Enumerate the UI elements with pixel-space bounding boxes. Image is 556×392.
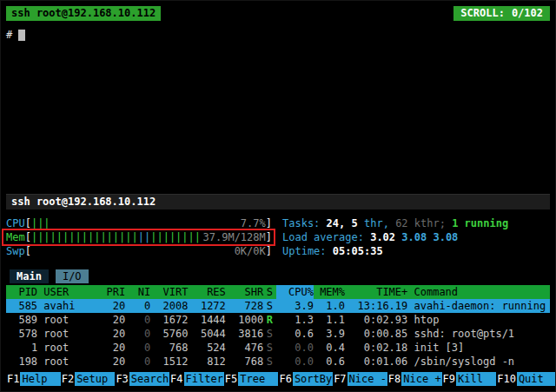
- process-row[interactable]: 589 root 20 0 1672 1444 1000 R 1.3 1.1 0…: [6, 313, 550, 327]
- cell-virt: 2008: [150, 299, 188, 313]
- header-virt[interactable]: VIRT: [150, 285, 188, 299]
- cell-ni: 0: [125, 327, 150, 341]
- load-15min: 3.08: [433, 231, 458, 243]
- cell-virt: 5760: [150, 327, 188, 341]
- htop-pane-titlebar: ssh root@192.168.10.112: [6, 194, 550, 209]
- cell-mem: 0.4: [314, 341, 345, 355]
- cell-res: 812: [188, 355, 225, 369]
- fkey-key: F3: [115, 372, 129, 386]
- cell-res: 1444: [188, 313, 225, 327]
- cell-state: S: [263, 355, 275, 369]
- running-count: 1 running: [452, 217, 508, 229]
- cell-pri: 20: [100, 341, 125, 355]
- fkey-search[interactable]: F3Search: [115, 372, 169, 386]
- cell-ni: 0: [125, 313, 150, 327]
- cell-cpu: 0.0: [276, 341, 314, 355]
- cell-cpu: 3.9: [276, 299, 314, 313]
- tab-io[interactable]: I/O: [56, 269, 89, 283]
- mem-bars-cache: ||||||||: [150, 230, 201, 244]
- mem-meter: Mem[|||||||||||||||||||||||||||37.9M/128…: [6, 230, 272, 244]
- cell-user: root: [37, 327, 100, 341]
- cell-pri: 20: [100, 355, 125, 369]
- process-row[interactable]: 578 root 20 0 5760 5044 3816 S 0.6 3.9 0…: [6, 327, 550, 341]
- cell-ni: 0: [125, 355, 150, 369]
- cell-ni: 0: [125, 299, 150, 313]
- header-cpu-sorted[interactable]: CPU%: [276, 285, 314, 299]
- header-mem[interactable]: MEM%: [314, 285, 345, 299]
- fkey-key: F6: [278, 372, 292, 386]
- cell-shr: 476: [226, 341, 263, 355]
- header-res[interactable]: RES: [188, 285, 225, 299]
- header-command[interactable]: Command: [407, 285, 550, 299]
- cell-command: avahi-daemon: running: [407, 299, 550, 313]
- fkey-quit[interactable]: F10Quit: [496, 372, 556, 386]
- cell-state: S: [263, 327, 275, 341]
- fkey-filter[interactable]: F4Filter: [169, 372, 224, 386]
- process-row[interactable]: 198 root 20 0 1512 812 768 S 0.0 0.6 0:0…: [6, 355, 550, 369]
- load-label: Load average:: [282, 231, 364, 243]
- mem-meter-label: Mem: [6, 230, 25, 244]
- fkey-label: Search: [129, 372, 169, 386]
- fkey-setup[interactable]: F2Setup: [61, 372, 116, 386]
- fkey-tree[interactable]: F5Tree: [224, 372, 279, 386]
- header-time[interactable]: TIME+: [345, 285, 407, 299]
- cell-mem: 0.6: [314, 355, 345, 369]
- swp-meter-value: 0K/0K: [235, 244, 266, 258]
- fkey-key: F10: [496, 372, 517, 386]
- cell-shr: 1000: [226, 313, 263, 327]
- fkey-sortby[interactable]: F6SortBy: [278, 372, 333, 386]
- cell-time: 13:16.19: [345, 299, 407, 313]
- cell-pid: 1: [6, 341, 37, 355]
- prompt-symbol: #: [6, 28, 12, 42]
- uptime-value: 05:05:35: [333, 245, 383, 257]
- header-pri[interactable]: PRI: [100, 285, 125, 299]
- process-row-selected[interactable]: 585 avahi 20 0 2008 1272 728 S 3.9 1.0 1…: [6, 299, 550, 313]
- tab-main[interactable]: Main: [10, 269, 49, 283]
- fkey-nice-plus[interactable]: F8Nice +: [387, 372, 442, 386]
- header-user[interactable]: USER: [37, 285, 100, 299]
- header-pid[interactable]: PID: [6, 285, 37, 299]
- cell-pid: 578: [6, 327, 37, 341]
- cell-mem: 3.9: [314, 327, 345, 341]
- process-row[interactable]: 1 root 20 0 768 524 476 S 0.0 0.4 0:02.1…: [6, 341, 550, 355]
- tasks-line: Tasks: 24, 5 thr, 62 kthr; 1 running: [282, 216, 550, 230]
- kthreads-count: 62 kthr;: [395, 217, 446, 229]
- cell-user: root: [37, 313, 100, 327]
- cell-user: root: [37, 355, 100, 369]
- cell-pid: 198: [6, 355, 37, 369]
- fkey-label: Tree: [238, 372, 278, 386]
- uptime-line: Uptime: 05:05:35: [282, 244, 550, 258]
- cell-virt: 768: [150, 341, 188, 355]
- cell-mem: 1.1: [314, 313, 345, 327]
- mem-meter-value: 37.9M/128M: [203, 230, 266, 244]
- header-ni[interactable]: NI: [125, 285, 150, 299]
- cell-shr: 768: [226, 355, 263, 369]
- cell-virt: 1512: [150, 355, 188, 369]
- uptime-label: Uptime:: [282, 245, 327, 257]
- load-average-line: Load average: 3.02 3.08 3.08: [282, 230, 550, 244]
- header-shr[interactable]: SHR: [226, 285, 263, 299]
- cell-res: 524: [188, 341, 225, 355]
- cell-cpu: 1.3: [276, 313, 314, 327]
- cell-state: S: [263, 341, 275, 355]
- scroll-label: SCROLL:: [460, 7, 505, 19]
- fkey-nice-minus[interactable]: F7Nice -: [333, 372, 387, 386]
- terminal-blank-area: [6, 42, 550, 194]
- cell-pid: 585: [6, 299, 37, 313]
- fkey-help[interactable]: F1Help: [6, 372, 61, 386]
- cpu-bracket-open: [: [25, 216, 31, 230]
- fkey-bar: F1Help F2Setup F3Search F4Filter F5Tree …: [6, 372, 550, 386]
- cell-command: /sbin/syslogd -n: [407, 355, 550, 369]
- fkey-key: F9: [442, 372, 456, 386]
- cell-cpu: 0.6: [276, 327, 314, 341]
- cpu-meter: CPU[|||7.7%]: [6, 216, 272, 230]
- swp-meter-label: Swp: [6, 244, 25, 258]
- header-state[interactable]: S: [263, 285, 275, 299]
- mem-bracket-close: ]: [266, 230, 272, 244]
- cell-res: 5044: [188, 327, 225, 341]
- fkey-key: F4: [169, 372, 183, 386]
- fkey-label: Kill: [456, 372, 496, 386]
- shell-prompt-line[interactable]: #: [6, 28, 550, 42]
- mem-bars-buffers: ||: [138, 230, 150, 244]
- fkey-kill[interactable]: F9Kill: [442, 372, 497, 386]
